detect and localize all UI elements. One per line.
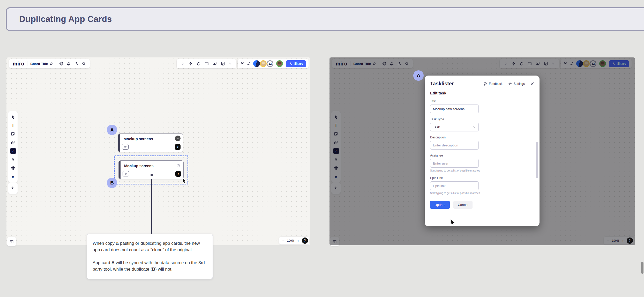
modal-scrollbar[interactable] (536, 142, 538, 178)
feedback-link[interactable]: Feedback (483, 82, 503, 86)
more-double-chevron-icon[interactable] (229, 62, 232, 65)
cancel-button[interactable]: Cancel (453, 201, 473, 209)
annotation-paragraph: App card A will be synced with the data … (93, 259, 207, 272)
star-icon[interactable] (49, 62, 53, 65)
select-cursor-icon (11, 115, 15, 119)
pen-icon (11, 157, 15, 162)
connector-dot (151, 174, 153, 176)
sticky-note-tool[interactable] (8, 130, 18, 138)
more-tools[interactable]: » (8, 172, 18, 181)
close-icon[interactable] (530, 81, 534, 86)
tasklister-badge-icon: T (175, 171, 181, 177)
feedback-smiley-icon (483, 82, 487, 86)
description-field-label: Description (430, 136, 534, 139)
mouse-cursor (180, 177, 188, 185)
settings-label: Settings (514, 82, 525, 86)
pen-tool[interactable] (8, 155, 18, 164)
undo-icon (11, 186, 15, 190)
title-field-label: Title (430, 99, 534, 103)
modal-buttons: Update Cancel (430, 201, 534, 209)
task-type-value: Task (433, 125, 440, 129)
card-title: Mockup screens (124, 137, 153, 141)
description-icon (122, 144, 129, 150)
description-icon (123, 171, 129, 176)
zoom-level[interactable]: 100% (287, 239, 294, 242)
export-upload-icon[interactable] (74, 61, 79, 66)
modal-body: Edit task Title Task Type Task Descripti… (425, 91, 540, 209)
miro-board-left: miro Board Title 12 Share T (6, 57, 310, 245)
frame-icon (11, 166, 15, 170)
collapse-chevron-icon[interactable] (181, 62, 185, 65)
avatar[interactable] (276, 60, 283, 67)
frame-tool[interactable] (8, 164, 18, 172)
frames-panel-button[interactable] (7, 237, 16, 246)
avatar[interactable] (253, 60, 260, 67)
automation-bolt-icon[interactable] (188, 61, 193, 66)
zoom-out-button[interactable]: − (282, 239, 284, 243)
assignee-helper-text: Start typing to get a list of possible m… (430, 169, 534, 172)
modal-header: Tasklister Feedback Settings (425, 76, 540, 87)
edit-task-heading: Edit task (430, 91, 534, 95)
unlinked-status-icon[interactable] (176, 162, 182, 168)
miro-logo[interactable]: miro (13, 61, 24, 66)
synced-status-icon[interactable] (175, 136, 181, 141)
zoom-in-button[interactable]: + (297, 239, 299, 243)
person-icon (289, 62, 293, 65)
annotation-badge-a: A (413, 70, 424, 81)
text-tool[interactable]: T (8, 121, 18, 130)
app-card-a[interactable]: Mockup screens T (118, 133, 183, 152)
undo-button[interactable] (8, 182, 18, 194)
epic-link-helper-text: Start typing to get a list of possible m… (430, 192, 534, 195)
tasklister-app-tool[interactable]: T (8, 147, 18, 155)
notifications-bell-icon[interactable] (66, 61, 71, 66)
task-type-select[interactable]: Task (430, 123, 479, 131)
mouse-cursor (448, 218, 457, 227)
shapes-tool[interactable] (8, 138, 18, 147)
divider (56, 61, 56, 66)
card-accent-stripe (118, 134, 120, 152)
timer-icon[interactable] (196, 61, 201, 66)
epic-link-field-label: Epic Link (430, 176, 534, 180)
epic-link-input[interactable] (430, 181, 479, 190)
annotation-badge-b: B (107, 178, 117, 188)
page-title: Duplicating App Cards (19, 14, 112, 24)
sticky-note-icon (11, 132, 15, 136)
connector-line (151, 176, 152, 234)
annotation-badge-a: A (107, 125, 117, 135)
board-tools-bar (177, 59, 236, 68)
update-button[interactable]: Update (430, 201, 450, 209)
description-input[interactable] (430, 141, 479, 150)
board-header-left: miro Board Title (9, 59, 90, 68)
divider (27, 61, 27, 66)
annotation-callout: When copy & pasting or duplicating app c… (87, 234, 213, 279)
follow-cursor-icon[interactable] (240, 61, 244, 66)
collaborator-count-badge[interactable]: 12 (267, 60, 273, 67)
settings-link[interactable]: Settings (508, 82, 525, 86)
card-title: Mockup screens (124, 164, 154, 168)
avatar[interactable] (260, 60, 267, 67)
assignee-input[interactable] (430, 159, 479, 168)
select-tool[interactable] (8, 113, 18, 121)
settings-gear-icon[interactable] (59, 61, 64, 66)
board-title[interactable]: Board Title (30, 62, 48, 66)
settings-gear-icon (508, 82, 512, 86)
annotation-paragraph: When copy & pasting or duplicating app c… (93, 240, 207, 253)
chevron-down-icon (473, 125, 476, 129)
title-input[interactable] (430, 105, 479, 113)
zoom-controls: − 100% + ? (279, 237, 309, 244)
share-button[interactable]: Share (286, 60, 306, 67)
reactions-party-icon[interactable] (247, 61, 251, 66)
notes-doc-icon[interactable] (221, 61, 225, 66)
page-scrollbar[interactable] (641, 262, 643, 274)
tasklister-modal: Tasklister Feedback Settings Edit task T… (425, 76, 540, 226)
presentation-icon[interactable] (212, 61, 217, 66)
card-accent-stripe (119, 161, 121, 179)
creation-toolbar: T T » (8, 111, 18, 182)
help-button[interactable]: ? (302, 237, 308, 244)
share-label: Share (294, 62, 303, 65)
app-card-b[interactable]: Mockup screens T (118, 160, 184, 179)
search-icon[interactable] (81, 61, 86, 66)
feedback-label: Feedback (489, 82, 503, 86)
frame-media-icon[interactable] (204, 61, 209, 66)
assignee-field-label: Assignee (430, 154, 534, 157)
